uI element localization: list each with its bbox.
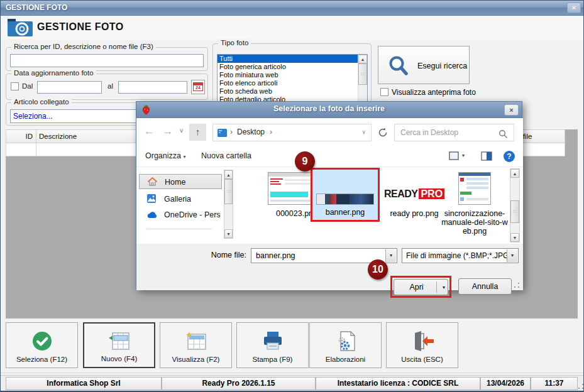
sidebar-item-onedrive[interactable]: OneDrive - Person	[139, 207, 222, 222]
dialog-close-icon[interactable]: ×	[504, 104, 519, 116]
back-icon[interactable]: ←	[144, 126, 154, 137]
calendar-icon: 24	[194, 85, 202, 90]
preview-pane-icon[interactable]	[481, 151, 492, 163]
status-version: Ready Pro 2026.1.15	[162, 377, 316, 390]
elaborazioni-button[interactable]: Elaborazioni	[309, 322, 382, 368]
file-item-banner-selected[interactable]: banner.png	[311, 168, 380, 222]
up-icon[interactable]: ↑	[189, 124, 206, 141]
scroll-down-icon[interactable]: ▼	[510, 233, 519, 242]
file-name: banner.png	[312, 208, 378, 217]
history-chevron-icon[interactable]: ∨	[179, 127, 184, 134]
organizza-button[interactable]: Organizza ▾	[145, 151, 185, 160]
crumb-sep-icon: ›	[270, 128, 272, 136]
tipo-item-generica[interactable]: Foto generica articolo	[218, 63, 367, 71]
apri-button[interactable]: Apri ▾	[394, 279, 448, 295]
dialog-content: Home Galleria OneDrive -	[136, 167, 523, 244]
file-item-ready-pro[interactable]: READYPRO ready pro.png	[383, 172, 446, 218]
tipo-item-elenco[interactable]: Foto elenco articoli	[218, 79, 367, 87]
scroll-up-icon[interactable]: ▲	[224, 170, 233, 179]
esegui-ricerca-button[interactable]: Esegui ricerca	[378, 46, 470, 84]
file-item-sincronizzazione[interactable]: sincronizzazione-manuale-del-sito-web.pn…	[441, 172, 508, 236]
file-name: sincronizzazione-manuale-del-sito-web.pn…	[441, 209, 508, 236]
view-mode-dropdown-icon[interactable]: ▾	[462, 153, 465, 158]
help-icon[interactable]: ?	[504, 151, 515, 162]
visualizza-button[interactable]: Visualizza (F2)	[160, 322, 232, 368]
breadcrumb-chevron-icon[interactable]: ∨	[361, 129, 366, 135]
refresh-icon[interactable]	[377, 127, 388, 141]
new-record-icon	[107, 331, 131, 355]
filetype-combo[interactable]: File di immagine (*.BMP;*.JPG;* ▾	[402, 248, 519, 263]
dialog-search-icon	[499, 128, 508, 144]
anteprima-checkbox[interactable]	[380, 88, 388, 96]
seleziona-button[interactable]: Seleziona (F12)	[6, 322, 78, 368]
apri-dropdown-icon[interactable]: ▾	[443, 280, 445, 295]
tipo-item-tutti[interactable]: Tutti	[218, 55, 367, 63]
view-table-icon	[184, 330, 208, 354]
date-from-input[interactable]	[37, 81, 102, 94]
breadcrumb[interactable]: › Desktop › ∨	[212, 124, 372, 141]
check-circle-icon	[31, 330, 53, 354]
status-bar: Informatica Shop Srl Ready Pro 2026.1.15…	[1, 375, 584, 391]
tipo-foto-group: Tipo foto Tutti Foto generica articolo F…	[212, 43, 372, 106]
filter-cell-id[interactable]	[6, 143, 36, 156]
scroll-up-icon[interactable]: ▲	[358, 55, 367, 63]
printer-icon	[262, 330, 284, 354]
status-date: 13/04/2026	[480, 377, 531, 390]
calendar-button[interactable]: 24	[191, 80, 205, 94]
forward-icon[interactable]: →	[163, 126, 173, 137]
search-magnifier-icon	[387, 55, 410, 80]
dialog-search-input[interactable]: Cerca in Desktop	[394, 124, 514, 141]
stampa-button[interactable]: Stampa (F9)	[236, 322, 309, 368]
dialog-title: Selezionare la foto da inserire	[136, 104, 522, 113]
tipo-item-miniatura[interactable]: Foto miniatura web	[218, 71, 367, 79]
crumb-sep-icon: ›	[230, 128, 233, 136]
filetype-dropdown-icon[interactable]: ▾	[507, 249, 517, 262]
status-company: Informatica Shop Srl	[6, 377, 162, 390]
nuova-cartella-button[interactable]: Nuova cartella	[201, 151, 251, 160]
camera-icon	[7, 18, 33, 40]
window-resize-grip[interactable]	[577, 383, 584, 389]
scroll-up-icon[interactable]: ▲	[510, 169, 519, 178]
gestione-foto-window: GESTIONE FOTO × GESTIONE FOTO Ricerca pe…	[0, 0, 584, 392]
filename-dropdown-icon[interactable]: ▾	[385, 249, 396, 262]
esegui-ricerca-label: Esegui ricerca	[417, 62, 467, 70]
view-mode-icon[interactable]	[449, 151, 460, 163]
date-to-input[interactable]	[118, 81, 187, 94]
statusbar-divider	[1, 373, 584, 373]
tipo-foto-listbox[interactable]: Tutti Foto generica articolo Foto miniat…	[217, 54, 368, 104]
sidebar-divider	[146, 229, 212, 229]
page-title: GESTIONE FOTO	[37, 21, 124, 33]
ready-logo-text: READY	[384, 188, 418, 199]
window-close-icon[interactable]: ×	[567, 3, 581, 13]
status-license: Intestatario licenza : CODICE SRL	[316, 377, 480, 390]
status-time: 11:37	[531, 377, 578, 390]
dialog-resize-grip[interactable]	[513, 281, 520, 288]
breadcrumb-desktop[interactable]: Desktop	[237, 128, 265, 136]
file-thumbnail	[316, 193, 374, 205]
sidebar-scrollbar[interactable]: ▲ ▼	[224, 170, 233, 239]
col-header-id[interactable]: ID	[6, 129, 36, 143]
uscita-button[interactable]: Uscita (ESC)	[386, 322, 458, 368]
filename-label: Nome file:	[174, 251, 246, 259]
home-icon	[147, 177, 158, 192]
annulla-button[interactable]: Annulla	[458, 278, 512, 295]
window-title: GESTIONE FOTO	[6, 3, 67, 12]
date-from-checkbox[interactable]	[11, 82, 19, 90]
tipo-item-scheda[interactable]: Foto scheda web	[218, 87, 367, 95]
date-group: Data aggiornamento foto Dal al 24	[6, 74, 208, 100]
sidebar-item-galleria[interactable]: Galleria	[139, 192, 222, 207]
dialog-footer: Nome file: banner.png ▾ File di immagine…	[136, 244, 523, 290]
filelist-scrollbar[interactable]: ▲ ▼	[510, 168, 520, 242]
file-thumbnail	[458, 172, 491, 205]
scroll-down-icon[interactable]: ▼	[224, 229, 233, 238]
dialog-titlebar[interactable]: Selezionare la foto da inserire ×	[136, 102, 522, 118]
search-input[interactable]	[10, 54, 204, 67]
apri-annotation-box: Apri ▾	[390, 276, 451, 298]
tipo-foto-scrollbar[interactable]: ▲	[358, 55, 367, 104]
sidebar-item-home[interactable]: Home	[139, 174, 222, 189]
gallery-icon	[146, 193, 157, 209]
window-titlebar[interactable]: GESTIONE FOTO ×	[1, 1, 584, 16]
anteprima-checkbox-label: Visualizza anteprima foto	[392, 88, 476, 97]
nuovo-button[interactable]: Nuovo (F4)	[83, 322, 155, 368]
search-group: Ricerca per ID, descrizione o nome file …	[6, 47, 208, 71]
